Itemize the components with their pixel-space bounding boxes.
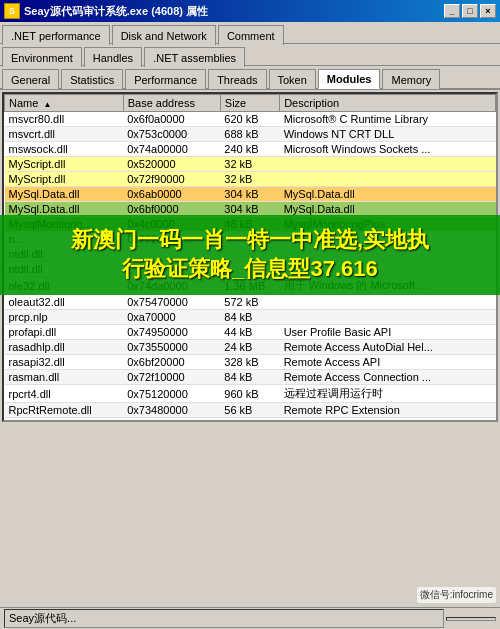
overlay-line1: 新澳门一码一肖一特一中准选,实地执	[71, 226, 429, 255]
cell-desc: Remote Access Connection ...	[280, 370, 496, 385]
cell-desc: Remote Access AutoDial Hel...	[280, 340, 496, 355]
tab-general[interactable]: General	[2, 69, 59, 89]
cell-base: 0x520000	[123, 157, 220, 172]
cell-base: 0x73480000	[123, 403, 220, 418]
cell-name: rasadhlp.dll	[5, 340, 124, 355]
cell-base: 0x6f0a0000	[123, 112, 220, 127]
cell-size: 84 kB	[220, 310, 279, 325]
cell-base: 0x72f90000	[123, 172, 220, 187]
cell-name: rsaenh.dll	[5, 418, 124, 421]
cell-size: 304 kB	[220, 187, 279, 202]
table-row[interactable]: rsaenh.dll0x73c0000236 kBMicrosoft Enhan…	[5, 418, 496, 421]
tab-memory[interactable]: Memory	[382, 69, 440, 89]
cell-name: rpcrt4.dll	[5, 385, 124, 403]
cell-size: 240 kB	[220, 142, 279, 157]
col-header-name[interactable]: Name ▲	[5, 95, 124, 112]
table-row[interactable]: profapi.dll0x7495000044 kBUser Profile B…	[5, 325, 496, 340]
cell-desc	[280, 157, 496, 172]
table-header-row: Name ▲ Base address Size Description	[5, 95, 496, 112]
tab-modules[interactable]: Modules	[318, 69, 381, 89]
col-header-desc[interactable]: Description	[280, 95, 496, 112]
table-row[interactable]: rasapi32.dll0x6bf20000328 kBRemote Acces…	[5, 355, 496, 370]
overlay-banner: 新澳门一码一肖一特一中准选,实地执 行验证策略_信息型37.616	[0, 215, 500, 295]
maximize-button[interactable]: □	[462, 4, 478, 18]
col-header-base[interactable]: Base address	[123, 95, 220, 112]
table-row[interactable]: MyScript.dll0x72f9000032 kB	[5, 172, 496, 187]
cell-base: 0x72f10000	[123, 370, 220, 385]
tab-comment[interactable]: Comment	[218, 25, 284, 45]
cell-base: 0x753c0000	[123, 127, 220, 142]
tab-row-1: .NET performance Disk and Network Commen…	[0, 22, 500, 44]
cell-name: profapi.dll	[5, 325, 124, 340]
cell-size: 236 kB	[220, 418, 279, 421]
cell-desc: MySql.Data.dll	[280, 187, 496, 202]
tab-threads[interactable]: Threads	[208, 69, 266, 89]
tab-net-performance[interactable]: .NET performance	[2, 25, 110, 45]
window-title: Seay源代码审计系统.exe (4608) 属性	[24, 4, 208, 19]
title-bar: S Seay源代码审计系统.exe (4608) 属性 _ □ ×	[0, 0, 500, 22]
cell-name: MyScript.dll	[5, 172, 124, 187]
window-controls: _ □ ×	[444, 4, 496, 18]
cell-size: 572 kB	[220, 295, 279, 310]
col-header-size[interactable]: Size	[220, 95, 279, 112]
tab-handles[interactable]: Handles	[84, 47, 142, 67]
cell-name: MyScript.dll	[5, 157, 124, 172]
cell-name: oleaut32.dll	[5, 295, 124, 310]
cell-name: rasapi32.dll	[5, 355, 124, 370]
table-row[interactable]: msvcr80.dll0x6f0a0000620 kBMicrosoft® C …	[5, 112, 496, 127]
table-row[interactable]: rpcrt4.dll0x75120000960 kB远程过程调用运行时	[5, 385, 496, 403]
tab-row-2: Environment Handles .NET assemblies	[0, 44, 500, 66]
tab-performance[interactable]: Performance	[125, 69, 206, 89]
cell-size: 84 kB	[220, 370, 279, 385]
sort-arrow-name: ▲	[43, 100, 51, 109]
cell-name: MySql.Data.dll	[5, 187, 124, 202]
cell-base: 0x74950000	[123, 325, 220, 340]
table-row[interactable]: MyScript.dll0x52000032 kB	[5, 157, 496, 172]
cell-size: 328 kB	[220, 355, 279, 370]
cell-size: 56 kB	[220, 403, 279, 418]
tab-disk-network[interactable]: Disk and Network	[112, 25, 216, 45]
cell-base: 0x75120000	[123, 385, 220, 403]
cell-desc: Remote RPC Extension	[280, 403, 496, 418]
cell-base: 0xa70000	[123, 310, 220, 325]
table-row[interactable]: rasman.dll0x72f1000084 kBRemote Access C…	[5, 370, 496, 385]
tab-token[interactable]: Token	[269, 69, 316, 89]
table-row[interactable]: mswsock.dll0x74a00000240 kBMicrosoft Win…	[5, 142, 496, 157]
cell-size: 32 kB	[220, 172, 279, 187]
tab-net-assemblies[interactable]: .NET assemblies	[144, 47, 245, 67]
cell-name: rasman.dll	[5, 370, 124, 385]
app-icon: S	[4, 3, 20, 19]
tab-statistics[interactable]: Statistics	[61, 69, 123, 89]
cell-desc: Windows NT CRT DLL	[280, 127, 496, 142]
status-right	[446, 617, 496, 621]
cell-desc: Microsoft Enhanced Cryptog...	[280, 418, 496, 421]
table-row[interactable]: RpcRtRemote.dll0x7348000056 kBRemote RPC…	[5, 403, 496, 418]
cell-size: 32 kB	[220, 157, 279, 172]
cell-size: 44 kB	[220, 325, 279, 340]
table-row[interactable]: MySql.Data.dll0x6ab0000304 kBMySql.Data.…	[5, 187, 496, 202]
status-bar: Seay源代码...	[0, 607, 500, 629]
table-row[interactable]: msvcrt.dll0x753c0000688 kBWindows NT CRT…	[5, 127, 496, 142]
table-row[interactable]: rasadhlp.dll0x7355000024 kBRemote Access…	[5, 340, 496, 355]
cell-size: 24 kB	[220, 340, 279, 355]
cell-desc: 远程过程调用运行时	[280, 385, 496, 403]
tab-environment[interactable]: Environment	[2, 47, 82, 67]
cell-name: msvcrt.dll	[5, 127, 124, 142]
table-row[interactable]: prcp.nlp0xa7000084 kB	[5, 310, 496, 325]
cell-base: 0x6ab0000	[123, 187, 220, 202]
table-row[interactable]: oleaut32.dll0x75470000572 kB	[5, 295, 496, 310]
cell-base: 0x73550000	[123, 340, 220, 355]
cell-size: 688 kB	[220, 127, 279, 142]
cell-desc: User Profile Basic API	[280, 325, 496, 340]
cell-desc: Remote Access API	[280, 355, 496, 370]
cell-base: 0x75470000	[123, 295, 220, 310]
cell-base: 0x74a00000	[123, 142, 220, 157]
cell-size: 620 kB	[220, 112, 279, 127]
cell-desc	[280, 172, 496, 187]
status-left: Seay源代码...	[4, 609, 444, 628]
cell-base: 0x6bf20000	[123, 355, 220, 370]
minimize-button[interactable]: _	[444, 4, 460, 18]
cell-size: 960 kB	[220, 385, 279, 403]
close-button[interactable]: ×	[480, 4, 496, 18]
cell-desc	[280, 295, 496, 310]
